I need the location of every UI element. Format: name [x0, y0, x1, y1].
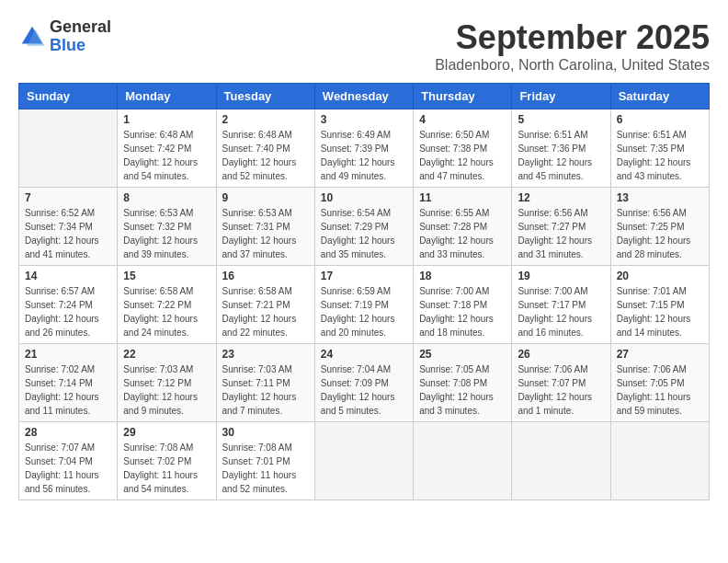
day-info: Sunrise: 6:57 AMSunset: 7:24 PMDaylight:… — [25, 284, 111, 339]
day-info: Sunrise: 7:06 AMSunset: 7:05 PMDaylight:… — [617, 362, 703, 418]
day-info: Sunrise: 7:06 AMSunset: 7:07 PMDaylight:… — [518, 362, 604, 418]
day-of-week-header: Wednesday — [314, 84, 413, 109]
day-number: 1 — [123, 113, 210, 126]
day-number: 6 — [617, 113, 703, 126]
calendar-week-row: 1Sunrise: 6:48 AMSunset: 7:42 PMDaylight… — [19, 109, 710, 188]
day-of-week-header: Saturday — [610, 84, 709, 109]
calendar-day-cell: 20Sunrise: 7:01 AMSunset: 7:15 PMDayligh… — [610, 266, 709, 344]
day-info: Sunrise: 6:53 AMSunset: 7:32 PMDaylight:… — [123, 206, 210, 261]
day-info: Sunrise: 7:07 AMSunset: 7:04 PMDaylight:… — [25, 441, 111, 496]
calendar-day-cell: 28Sunrise: 7:07 AMSunset: 7:04 PMDayligh… — [19, 422, 118, 500]
day-info: Sunrise: 6:55 AMSunset: 7:28 PMDaylight:… — [419, 206, 506, 261]
day-number: 30 — [222, 426, 309, 439]
day-info: Sunrise: 6:50 AMSunset: 7:38 PMDaylight:… — [419, 128, 506, 183]
day-number: 22 — [123, 348, 210, 361]
logo: General Blue — [18, 18, 111, 55]
day-info: Sunrise: 6:56 AMSunset: 7:27 PMDaylight:… — [518, 206, 604, 261]
calendar-day-cell: 12Sunrise: 6:56 AMSunset: 7:27 PMDayligh… — [512, 188, 610, 266]
calendar-day-cell: 21Sunrise: 7:02 AMSunset: 7:14 PMDayligh… — [19, 344, 118, 422]
day-number: 13 — [617, 191, 703, 204]
calendar-week-row: 28Sunrise: 7:07 AMSunset: 7:04 PMDayligh… — [19, 422, 710, 500]
calendar-week-row: 7Sunrise: 6:52 AMSunset: 7:34 PMDaylight… — [19, 188, 710, 266]
day-number: 23 — [222, 348, 309, 361]
day-info: Sunrise: 6:49 AMSunset: 7:39 PMDaylight:… — [321, 128, 407, 183]
calendar-day-cell: 22Sunrise: 7:03 AMSunset: 7:12 PMDayligh… — [118, 344, 216, 422]
calendar-day-cell: 30Sunrise: 7:08 AMSunset: 7:01 PMDayligh… — [216, 422, 314, 500]
page-header: General Blue September 2025 Bladenboro, … — [18, 18, 710, 74]
day-number: 18 — [419, 270, 506, 282]
day-info: Sunrise: 6:51 AMSunset: 7:35 PMDaylight:… — [617, 128, 703, 183]
logo-icon — [18, 23, 46, 51]
day-number: 8 — [123, 191, 210, 204]
day-number: 21 — [25, 348, 111, 361]
day-info: Sunrise: 6:59 AMSunset: 7:19 PMDaylight:… — [321, 284, 407, 339]
calendar-day-cell: 8Sunrise: 6:53 AMSunset: 7:32 PMDaylight… — [118, 188, 216, 266]
day-info: Sunrise: 7:04 AMSunset: 7:09 PMDaylight:… — [321, 362, 407, 418]
day-number: 3 — [321, 113, 407, 126]
calendar-day-cell: 9Sunrise: 6:53 AMSunset: 7:31 PMDaylight… — [216, 188, 314, 266]
calendar-day-cell — [314, 422, 413, 500]
logo-general-text: General — [50, 18, 111, 37]
day-of-week-header: Thursday — [414, 84, 512, 109]
month-title: September 2025 — [435, 18, 710, 57]
calendar-day-cell: 26Sunrise: 7:06 AMSunset: 7:07 PMDayligh… — [512, 344, 610, 422]
calendar-day-cell: 13Sunrise: 6:56 AMSunset: 7:25 PMDayligh… — [610, 188, 709, 266]
day-number: 12 — [518, 191, 604, 204]
day-number: 25 — [419, 348, 506, 361]
day-number: 7 — [25, 191, 111, 204]
day-info: Sunrise: 7:05 AMSunset: 7:08 PMDaylight:… — [419, 362, 506, 418]
calendar-day-cell: 14Sunrise: 6:57 AMSunset: 7:24 PMDayligh… — [19, 266, 118, 344]
day-info: Sunrise: 6:58 AMSunset: 7:22 PMDaylight:… — [123, 284, 210, 339]
day-info: Sunrise: 6:53 AMSunset: 7:31 PMDaylight:… — [222, 206, 309, 261]
day-info: Sunrise: 6:48 AMSunset: 7:40 PMDaylight:… — [222, 128, 309, 183]
day-number: 29 — [123, 426, 210, 439]
calendar-day-cell: 7Sunrise: 6:52 AMSunset: 7:34 PMDaylight… — [19, 188, 118, 266]
day-info: Sunrise: 7:01 AMSunset: 7:15 PMDaylight:… — [617, 284, 703, 339]
day-info: Sunrise: 6:58 AMSunset: 7:21 PMDaylight:… — [222, 284, 309, 339]
calendar-day-cell — [512, 422, 610, 500]
calendar-day-cell: 23Sunrise: 7:03 AMSunset: 7:11 PMDayligh… — [216, 344, 314, 422]
day-of-week-header: Tuesday — [216, 84, 314, 109]
day-number: 14 — [25, 270, 111, 282]
calendar-day-cell — [19, 109, 118, 188]
calendar-day-cell: 16Sunrise: 6:58 AMSunset: 7:21 PMDayligh… — [216, 266, 314, 344]
day-info: Sunrise: 7:00 AMSunset: 7:17 PMDaylight:… — [518, 284, 604, 339]
day-of-week-header: Sunday — [19, 84, 118, 109]
calendar-week-row: 14Sunrise: 6:57 AMSunset: 7:24 PMDayligh… — [19, 266, 710, 344]
calendar-day-cell: 1Sunrise: 6:48 AMSunset: 7:42 PMDaylight… — [118, 109, 216, 188]
calendar-day-cell: 19Sunrise: 7:00 AMSunset: 7:17 PMDayligh… — [512, 266, 610, 344]
calendar-day-cell: 18Sunrise: 7:00 AMSunset: 7:18 PMDayligh… — [414, 266, 512, 344]
day-info: Sunrise: 6:54 AMSunset: 7:29 PMDaylight:… — [321, 206, 407, 261]
day-number: 19 — [518, 270, 604, 282]
day-info: Sunrise: 7:08 AMSunset: 7:02 PMDaylight:… — [123, 441, 210, 496]
day-number: 10 — [321, 191, 407, 204]
calendar-day-cell: 3Sunrise: 6:49 AMSunset: 7:39 PMDaylight… — [314, 109, 413, 188]
calendar-day-cell: 29Sunrise: 7:08 AMSunset: 7:02 PMDayligh… — [118, 422, 216, 500]
day-number: 17 — [321, 270, 407, 282]
day-info: Sunrise: 6:56 AMSunset: 7:25 PMDaylight:… — [617, 206, 703, 261]
day-number: 4 — [419, 113, 506, 126]
day-number: 27 — [617, 348, 703, 361]
calendar-day-cell — [414, 422, 512, 500]
title-block: September 2025 Bladenboro, North Carolin… — [435, 18, 710, 74]
day-number: 24 — [321, 348, 407, 361]
calendar-header-row: SundayMondayTuesdayWednesdayThursdayFrid… — [19, 84, 710, 109]
calendar-day-cell: 10Sunrise: 6:54 AMSunset: 7:29 PMDayligh… — [314, 188, 413, 266]
logo-text: General Blue — [50, 18, 111, 55]
location-title: Bladenboro, North Carolina, United State… — [435, 57, 710, 74]
calendar-day-cell — [610, 422, 709, 500]
day-number: 26 — [518, 348, 604, 361]
logo-blue-text: Blue — [50, 37, 111, 55]
calendar-day-cell: 2Sunrise: 6:48 AMSunset: 7:40 PMDaylight… — [216, 109, 314, 188]
day-info: Sunrise: 6:52 AMSunset: 7:34 PMDaylight:… — [25, 206, 111, 261]
calendar-day-cell: 24Sunrise: 7:04 AMSunset: 7:09 PMDayligh… — [314, 344, 413, 422]
day-info: Sunrise: 7:03 AMSunset: 7:11 PMDaylight:… — [222, 362, 309, 418]
day-number: 20 — [617, 270, 703, 282]
calendar-day-cell: 6Sunrise: 6:51 AMSunset: 7:35 PMDaylight… — [610, 109, 709, 188]
day-number: 28 — [25, 426, 111, 439]
calendar-table: SundayMondayTuesdayWednesdayThursdayFrid… — [18, 83, 710, 500]
day-info: Sunrise: 7:08 AMSunset: 7:01 PMDaylight:… — [222, 441, 309, 496]
calendar-week-row: 21Sunrise: 7:02 AMSunset: 7:14 PMDayligh… — [19, 344, 710, 422]
calendar-day-cell: 25Sunrise: 7:05 AMSunset: 7:08 PMDayligh… — [414, 344, 512, 422]
day-info: Sunrise: 7:02 AMSunset: 7:14 PMDaylight:… — [25, 362, 111, 418]
